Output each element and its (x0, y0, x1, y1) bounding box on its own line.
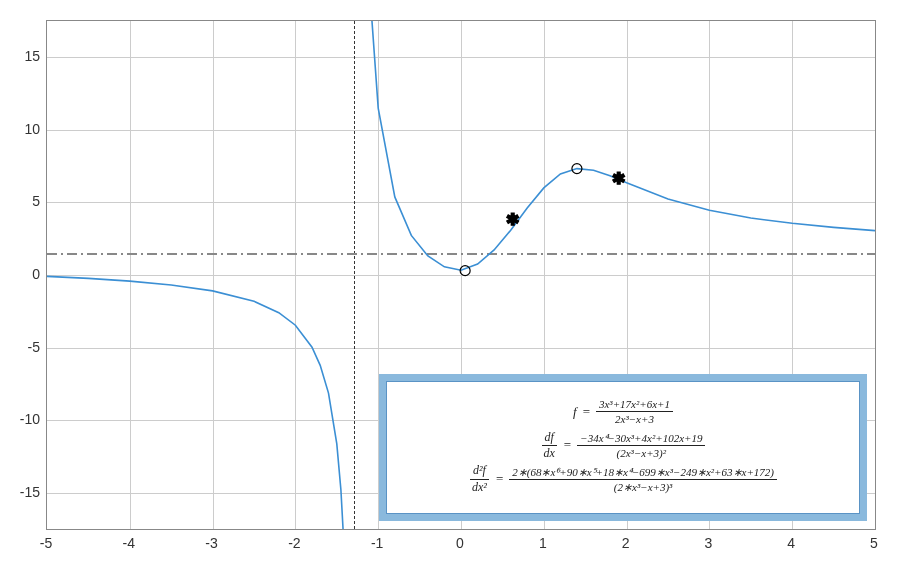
d2f-denominator: (2∗x³−x+3)³ (611, 480, 676, 493)
x-tick-label: -4 (123, 535, 135, 551)
y-tick-label: -5 (28, 339, 40, 355)
x-tick-label: 0 (456, 535, 464, 551)
df-lhs-den: dx (541, 446, 558, 460)
y-tick-label: 10 (24, 121, 40, 137)
y-tick-label: -10 (20, 411, 40, 427)
x-tick-label: -1 (371, 535, 383, 551)
function-curve-right-branch (358, 21, 876, 270)
f-lhs: f (573, 395, 577, 429)
x-tick-label: 4 (787, 535, 795, 551)
plot-area: ✱✱ f = 3x³+17x²+6x+1 2x³−x+3 df dx = −34… (46, 20, 876, 530)
equation-box: f = 3x³+17x²+6x+1 2x³−x+3 df dx = −34x⁴−… (379, 374, 867, 521)
x-tick-label: -3 (205, 535, 217, 551)
equation-f: f = 3x³+17x²+6x+1 2x³−x+3 (408, 395, 838, 429)
d2f-lhs-den: dx² (469, 480, 490, 494)
equation-d2f: d²f dx² = 2∗(68∗x⁶+90∗x⁵+18∗x⁴−699∗x³−24… (408, 462, 838, 496)
df-denominator: (2x³−x+3)² (614, 446, 670, 459)
d2f-lhs-num: d²f (470, 464, 489, 479)
df-numerator: −34x⁴−30x³+4x²+102x+19 (577, 432, 705, 446)
x-tick-label: -2 (288, 535, 300, 551)
df-lhs-num: df (542, 431, 557, 446)
equation-df: df dx = −34x⁴−30x³+4x²+102x+19 (2x³−x+3)… (408, 428, 838, 462)
x-tick-label: 5 (870, 535, 878, 551)
x-tick-label: 1 (539, 535, 547, 551)
y-tick-label: 15 (24, 48, 40, 64)
x-tick-label: 2 (622, 535, 630, 551)
chart-container: ✱✱ f = 3x³+17x²+6x+1 2x³−x+3 df dx = −34… (10, 10, 887, 562)
d2f-numerator: 2∗(68∗x⁶+90∗x⁵+18∗x⁴−699∗x³−249∗x²+63∗x+… (509, 466, 777, 480)
x-tick-label: 3 (704, 535, 712, 551)
f-denominator: 2x³−x+3 (612, 412, 657, 425)
x-tick-label: -5 (40, 535, 52, 551)
inflection-marker: ✱ (506, 211, 519, 228)
y-tick-label: -15 (20, 484, 40, 500)
f-numerator: 3x³+17x²+6x+1 (596, 398, 673, 412)
inflection-marker: ✱ (612, 170, 625, 187)
y-tick-label: 5 (32, 193, 40, 209)
function-curve-left-branch (47, 276, 352, 529)
y-tick-label: 0 (32, 266, 40, 282)
